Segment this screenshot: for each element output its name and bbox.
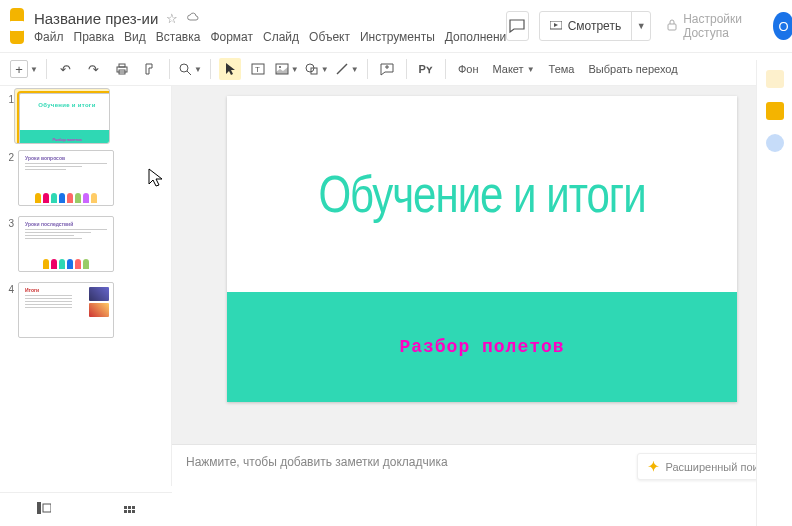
svg-line-13 <box>337 64 347 74</box>
canvas-area: Обучение и итоги Разбор полетов Нажмите,… <box>172 86 792 486</box>
textbox-tool[interactable]: T <box>247 58 269 80</box>
svg-rect-3 <box>119 64 125 67</box>
speaker-notes[interactable]: Нажмите, чтобы добавить заметки докладчи… <box>172 444 792 486</box>
menu-view[interactable]: Вид <box>124 30 146 44</box>
filmstrip[interactable]: 1 Обучение и итоги Разбор полетов 2 Урок… <box>0 86 172 486</box>
grid-view-icon[interactable] <box>124 506 135 513</box>
slide-canvas[interactable]: Обучение и итоги Разбор полетов <box>227 96 737 402</box>
thumbnail-4[interactable]: 4 Итоги <box>4 282 167 338</box>
py-button[interactable]: Pʏ <box>415 63 437 76</box>
side-panel <box>756 60 792 526</box>
present-label: Смотреть <box>568 19 622 33</box>
share-label: Настройки Доступа <box>683 12 757 40</box>
share-button[interactable]: Настройки Доступа <box>661 12 763 40</box>
slide-subtitle[interactable]: Разбор полетов <box>399 337 564 357</box>
zoom-button[interactable]: ▼ <box>178 58 202 80</box>
transition-button[interactable]: Выбрать переход <box>584 63 681 75</box>
comments-button[interactable] <box>506 11 528 41</box>
undo-button[interactable]: ↶ <box>55 58 77 80</box>
svg-text:T: T <box>255 65 260 74</box>
new-slide-button[interactable]: + ▼ <box>10 60 38 78</box>
title-area: Название през-ии ☆ Файл Правка Вид Встав… <box>34 8 506 44</box>
svg-rect-1 <box>668 24 676 30</box>
thumbnail-2[interactable]: 2 Уроки вопросов <box>4 150 167 206</box>
app-header: Название през-ии ☆ Файл Правка Вид Встав… <box>0 0 792 46</box>
view-switcher <box>0 492 172 526</box>
menu-tools[interactable]: Инструменты <box>360 30 435 44</box>
calendar-icon[interactable] <box>766 70 784 88</box>
svg-rect-16 <box>37 502 41 514</box>
theme-button[interactable]: Тема <box>545 63 579 75</box>
menu-addons[interactable]: Дополнени <box>445 30 506 44</box>
star-icon[interactable]: ☆ <box>166 11 178 26</box>
filmstrip-view-icon[interactable] <box>37 502 51 517</box>
redo-button[interactable]: ↷ <box>83 58 105 80</box>
cloud-sync-icon[interactable] <box>186 11 200 26</box>
menu-edit[interactable]: Правка <box>74 30 115 44</box>
slide-title[interactable]: Обучение и итоги <box>227 164 737 224</box>
header-right: Смотреть ▼ Настройки Доступа O <box>506 11 792 41</box>
svg-line-6 <box>187 71 191 75</box>
tasks-icon[interactable] <box>766 134 784 152</box>
menu-file[interactable]: Файл <box>34 30 64 44</box>
image-tool[interactable]: ▼ <box>275 58 299 80</box>
keep-icon[interactable] <box>766 102 784 120</box>
svg-point-10 <box>279 66 281 68</box>
layout-button[interactable]: Макет▼ <box>489 63 539 75</box>
menu-bar: Файл Правка Вид Вставка Формат Слайд Объ… <box>34 30 506 44</box>
menu-format[interactable]: Формат <box>210 30 253 44</box>
background-button[interactable]: Фон <box>454 63 483 75</box>
present-dropdown[interactable]: ▼ <box>632 21 650 31</box>
add-comment-button[interactable] <box>376 58 398 80</box>
doc-title[interactable]: Название през-ии <box>34 10 158 27</box>
plus-icon: ✦ <box>648 459 659 474</box>
shape-tool[interactable]: ▼ <box>305 58 329 80</box>
lock-icon <box>667 19 677 34</box>
user-avatar[interactable]: O <box>773 12 792 40</box>
line-tool[interactable]: ▼ <box>335 58 359 80</box>
thumbnail-1[interactable]: 1 Обучение и итоги Разбор полетов <box>4 92 167 140</box>
paint-format-button[interactable] <box>139 58 161 80</box>
toolbar: + ▼ ↶ ↷ ▼ T ▼ ▼ ▼ Pʏ Фон Макет▼ Тема Выб… <box>0 52 792 86</box>
notes-placeholder: Нажмите, чтобы добавить заметки докладчи… <box>186 455 448 469</box>
present-icon <box>550 21 562 31</box>
svg-point-5 <box>180 64 188 72</box>
menu-slide[interactable]: Слайд <box>263 30 299 44</box>
thumbnail-3[interactable]: 3 Уроки последствий <box>4 216 167 272</box>
svg-rect-17 <box>43 504 51 512</box>
present-button[interactable]: Смотреть ▼ <box>539 11 652 41</box>
print-button[interactable] <box>111 58 133 80</box>
slides-logo[interactable] <box>10 8 24 44</box>
menu-object[interactable]: Объект <box>309 30 350 44</box>
menu-insert[interactable]: Вставка <box>156 30 201 44</box>
select-tool[interactable] <box>219 58 241 80</box>
body: 1 Обучение и итоги Разбор полетов 2 Урок… <box>0 86 792 486</box>
